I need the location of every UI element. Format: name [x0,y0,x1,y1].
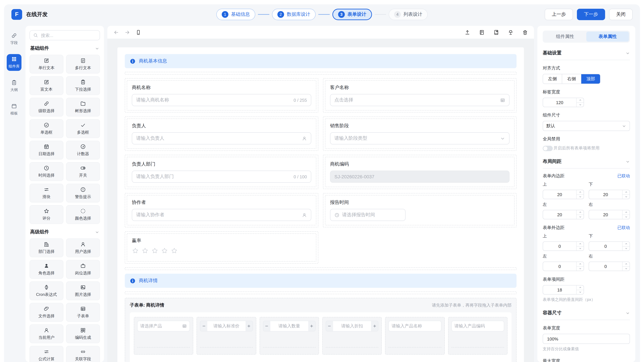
rail-item-大纲[interactable]: 大纲 [7,78,22,94]
component-tile-用户选择[interactable]: 用户选择 [66,238,100,257]
align-option-左侧[interactable]: 左侧 [543,74,562,84]
stepper-up-button[interactable] [622,210,630,214]
alert-banner[interactable]: 商机基本信息 [125,54,516,68]
stepper-down-button[interactable] [622,194,630,199]
stepper-down-button[interactable] [576,214,584,219]
item-gap-stepper[interactable] [543,285,584,294]
stepper-up-button[interactable] [576,210,584,214]
toolbar-arrow-left-button[interactable] [113,29,119,35]
component-tile-滑块[interactable]: 滑块 [30,184,64,203]
padding-stepper-下[interactable] [589,190,630,199]
label-width-input[interactable] [543,98,576,107]
library-section-header[interactable]: 高级组件 [30,229,99,235]
stepper-up-button[interactable] [576,98,584,102]
component-tile-多行文本[interactable]: 多行文本 [66,55,100,74]
toolbar-phone-button[interactable] [136,29,141,35]
form-field-负责人[interactable]: 负责人请输入负责人 [125,116,318,151]
subform-input[interactable]: 请输入产品编码 [451,321,504,331]
component-tile-评分[interactable]: 评分 [30,205,64,224]
component-tile-开关[interactable]: 开关 [66,162,100,181]
component-tile-Cron表达式[interactable]: Cron表达式 [30,281,64,300]
field-input-协作者[interactable]: 请输入协作者 [132,209,311,221]
padding-input-上[interactable] [543,190,576,199]
margin-linked-link[interactable]: 已联动 [617,225,630,231]
component-tile-当前用户[interactable]: 当前用户 [30,324,64,343]
stepper-up-button[interactable] [576,262,584,266]
align-option-顶部[interactable]: 顶部 [581,74,600,84]
field-input-销售阶段[interactable]: 请输入阶段类型 [330,132,510,144]
component-tile-颜色选择[interactable]: 颜色选择 [66,205,100,224]
component-tile-日期选择[interactable]: 日期选择 [30,141,64,159]
padding-stepper-上[interactable] [543,190,584,199]
stepper-up-button[interactable] [576,285,584,290]
margin-input-上[interactable] [543,242,576,251]
component-tile-编码生成[interactable]: 编码生成 [66,324,100,343]
component-tile-角色选择[interactable]: 角色选择 [30,260,64,279]
margin-stepper-左[interactable] [543,262,584,271]
form-field-销售阶段[interactable]: 销售阶段请输入阶段类型 [323,116,516,151]
step-4[interactable]: 4列表设计 [389,9,428,20]
subform-number-input[interactable]: 请输入折扣 [326,321,378,331]
component-tile-文件选择[interactable]: 文件选择 [30,303,64,322]
subform-container[interactable]: 子表单: 商机详情请先添加子表单，再将字段拖入子表单内部请选择产品请输入标准价请… [125,298,516,362]
component-tile-时间选择[interactable]: 时间选择 [30,162,64,181]
margin-input-左[interactable] [543,262,576,271]
stepper-up-button[interactable] [622,242,630,246]
field-input-报告时间[interactable]: 请选择报告时间 [330,209,406,221]
padding-input-左[interactable] [543,210,576,219]
toolbar-notebook-button[interactable] [479,29,485,35]
component-tile-计数器[interactable]: 计数器 [66,141,100,159]
padding-input-右[interactable] [589,210,622,219]
component-tile-公式计算[interactable]: 公式计算 [30,346,64,362]
subform-input[interactable]: 请输入产品名称 [388,321,442,331]
subform-cell[interactable]: 请输入产品名称 [385,317,445,354]
label-width-stepper[interactable] [543,98,584,107]
form-field-赢率[interactable]: 赢率 [125,231,318,264]
component-tile-下拉选择[interactable]: 下拉选择 [66,76,100,95]
component-tile-关联字段[interactable]: 关联字段 [66,346,100,362]
step-2[interactable]: 2数据库设计 [272,9,316,20]
toolbar-lamp-button[interactable] [508,29,514,35]
item-gap-input[interactable] [543,285,576,294]
component-tile-单行文本[interactable]: 单行文本 [30,55,64,74]
chevron-down-icon[interactable] [626,159,630,164]
stepper-up-button[interactable] [576,242,584,246]
stepper-down-button[interactable] [622,214,630,219]
toolbar-trash-button[interactable] [522,29,528,35]
component-tile-富文本[interactable]: 富文本 [30,76,64,95]
stepper-down-button[interactable] [576,246,584,251]
minus-button[interactable] [263,321,270,331]
padding-stepper-左[interactable] [543,210,584,219]
form-field-客户名称[interactable]: 客户名称点击选择 [323,78,516,112]
margin-stepper-上[interactable] [543,241,584,251]
component-tile-树形选择[interactable]: 树形选择 [66,98,100,116]
stepper-up-button[interactable] [576,190,584,194]
component-tile-部门选择[interactable]: 部门选择 [30,238,64,257]
minus-button[interactable] [200,321,208,331]
subform-cell[interactable]: 请输入产品编码 [448,317,508,354]
margin-stepper-下[interactable] [589,241,630,251]
padding-input-下[interactable] [589,190,622,199]
field-input-商机编码[interactable]: SJ-20260226-0037 [330,170,510,183]
field-input-客户名称[interactable]: 点击选择 [330,94,510,106]
chevron-down-icon[interactable] [626,51,630,55]
form-field-协作者[interactable]: 协作者请输入协作者 [125,193,318,227]
stepper-down-button[interactable] [576,266,584,271]
rail-item-字段[interactable]: 字段 [7,31,22,47]
subform-cell[interactable]: 请选择产品 [134,317,193,354]
stepper-down-button[interactable] [576,290,584,294]
component-tile-单选框[interactable]: 单选框 [30,119,64,138]
form-field-商机编码[interactable]: 商机编码SJ-20260226-0037 [323,155,516,189]
alert-banner[interactable]: 商机详情 [125,274,516,288]
step-1[interactable]: 1基础信息 [216,9,255,20]
form-width-field[interactable] [543,334,630,344]
subform-cell[interactable]: 请输入数量 [260,317,319,354]
subform-cell[interactable]: 请输入折扣 [322,317,382,354]
form-width-input[interactable] [546,336,626,342]
component-size-select[interactable]: 默认 [543,121,630,131]
toolbar-upload-button[interactable] [464,29,470,35]
global-disable-toggle[interactable] [543,145,553,151]
stepper-up-button[interactable] [622,190,630,194]
stepper-down-button[interactable] [622,246,630,251]
component-tile-图片选择[interactable]: 图片选择 [66,281,100,300]
